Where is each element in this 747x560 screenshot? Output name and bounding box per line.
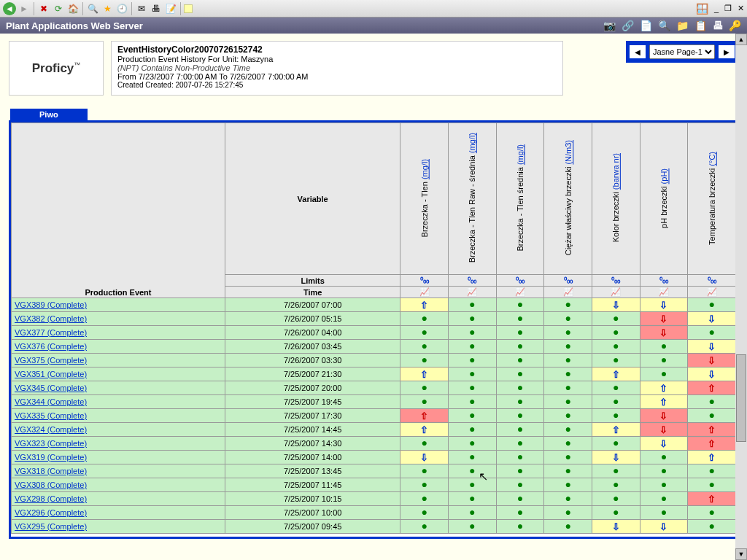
cell[interactable]: ● (496, 492, 544, 506)
chart-0[interactable]: 📈 (400, 287, 449, 298)
cell[interactable]: ● (544, 520, 592, 534)
cell[interactable]: ● (400, 492, 449, 506)
event-link[interactable]: VGX382 (Complete) (12, 312, 225, 326)
cell[interactable]: ⇧ (640, 381, 688, 395)
cell[interactable]: ⇩ (640, 437, 688, 451)
cell[interactable]: ● (592, 381, 640, 395)
doc-icon[interactable]: 📄 (640, 20, 652, 31)
cell[interactable]: ● (449, 478, 497, 492)
cell[interactable]: ⇧ (640, 395, 688, 409)
cell[interactable]: ● (544, 354, 592, 368)
cell[interactable]: ⇧ (592, 423, 640, 437)
cell[interactable]: ● (592, 312, 640, 326)
event-link[interactable]: VGX323 (Complete) (12, 437, 225, 451)
forward-button[interactable]: ► (18, 2, 31, 15)
cell[interactable]: ⇩ (640, 409, 688, 423)
close-icon[interactable]: ✕ (738, 4, 744, 13)
cell[interactable]: ● (688, 395, 736, 409)
cell[interactable]: ● (688, 326, 736, 340)
event-link[interactable]: VGX296 (Complete) (12, 506, 225, 520)
cell[interactable]: ● (449, 409, 497, 423)
cell[interactable]: ⇩ (592, 451, 640, 464)
cell[interactable]: ● (400, 506, 449, 520)
cell[interactable]: ● (544, 451, 592, 464)
chart-5[interactable]: 📈 (640, 287, 688, 298)
cell[interactable]: ⇩ (640, 326, 688, 340)
scroll-up[interactable]: ▲ (735, 34, 747, 45)
cell[interactable]: ● (449, 437, 497, 451)
search2-icon[interactable]: 🔍 (658, 20, 670, 31)
cell[interactable]: ● (496, 506, 544, 520)
cell[interactable]: ● (449, 520, 497, 534)
print2-icon[interactable]: 🖶 (713, 20, 723, 31)
cell[interactable]: ● (544, 478, 592, 492)
cell[interactable]: ● (496, 395, 544, 409)
note-icon[interactable] (184, 4, 193, 13)
cell[interactable]: ● (449, 326, 497, 340)
minimize-icon[interactable]: _ (714, 4, 719, 13)
cell[interactable]: ● (544, 312, 592, 326)
cell[interactable]: ● (544, 506, 592, 520)
back-button[interactable]: ◄ (3, 2, 16, 15)
event-link[interactable]: VGX344 (Complete) (12, 395, 225, 409)
cell[interactable]: ● (496, 298, 544, 312)
cell[interactable]: ⇩ (400, 451, 449, 464)
cell[interactable]: ⇩ (640, 312, 688, 326)
event-link[interactable]: VGX318 (Complete) (12, 464, 225, 478)
cell[interactable]: ⇩ (688, 368, 736, 381)
event-link[interactable]: VGX376 (Complete) (12, 340, 225, 354)
cell[interactable]: ● (688, 478, 736, 492)
cell[interactable]: ● (496, 437, 544, 451)
link-icon[interactable]: 🔗 (622, 20, 634, 31)
folder-icon[interactable]: 📁 (676, 20, 689, 31)
stop-icon[interactable]: ✖ (37, 2, 50, 15)
search-icon[interactable]: 🔍 (86, 2, 99, 15)
pager-prev[interactable]: ◄ (630, 45, 646, 58)
cell[interactable]: ● (496, 409, 544, 423)
tab-piwo[interactable]: Piwo (10, 109, 88, 120)
cell[interactable]: ⇧ (400, 368, 449, 381)
cell[interactable]: ● (449, 506, 497, 520)
cell[interactable]: ● (449, 354, 497, 368)
cell[interactable]: ⇧ (592, 368, 640, 381)
cell[interactable]: ● (544, 423, 592, 437)
print-icon[interactable]: 🖶 (150, 2, 163, 15)
cell[interactable]: ● (496, 451, 544, 464)
scroll-down[interactable]: ▼ (735, 548, 747, 560)
cell[interactable]: ⇧ (688, 451, 736, 464)
lim-5[interactable]: ⁰₀₀ (640, 275, 688, 287)
cell[interactable]: ⇩ (688, 340, 736, 354)
pager-next[interactable]: ► (719, 45, 735, 58)
event-link[interactable]: VGX308 (Complete) (12, 478, 225, 492)
cell[interactable]: ⇩ (592, 298, 640, 312)
cell[interactable]: ⇧ (400, 298, 449, 312)
event-link[interactable]: VGX351 (Complete) (12, 368, 225, 381)
lim-2[interactable]: ⁰₀₀ (496, 275, 544, 287)
cell[interactable]: ● (592, 340, 640, 354)
cell[interactable]: ● (496, 312, 544, 326)
cell[interactable]: ● (640, 354, 688, 368)
cell[interactable]: ● (400, 340, 449, 354)
cell[interactable]: ● (688, 409, 736, 423)
cell[interactable]: ● (688, 298, 736, 312)
key-icon[interactable]: 🔑 (729, 20, 741, 31)
cell[interactable]: ● (496, 326, 544, 340)
cell[interactable]: ● (400, 520, 449, 534)
cell[interactable]: ● (449, 451, 497, 464)
cell[interactable]: ● (544, 437, 592, 451)
home-icon[interactable]: 🏠 (66, 2, 80, 15)
cell[interactable]: ● (544, 298, 592, 312)
cell[interactable]: ● (544, 395, 592, 409)
cell[interactable]: ⇩ (640, 298, 688, 312)
cell[interactable]: ● (640, 451, 688, 464)
cell[interactable]: ● (449, 395, 497, 409)
cell[interactable]: ● (400, 312, 449, 326)
vertical-scrollbar[interactable]: ▲ ▼ (735, 34, 747, 560)
event-link[interactable]: VGX345 (Complete) (12, 381, 225, 395)
scroll-thumb[interactable] (736, 354, 746, 442)
cell[interactable]: ⇩ (640, 423, 688, 437)
cell[interactable]: ● (496, 340, 544, 354)
cell[interactable]: ● (400, 326, 449, 340)
history-icon[interactable]: 🕘 (115, 2, 128, 15)
cell[interactable]: ● (400, 354, 449, 368)
